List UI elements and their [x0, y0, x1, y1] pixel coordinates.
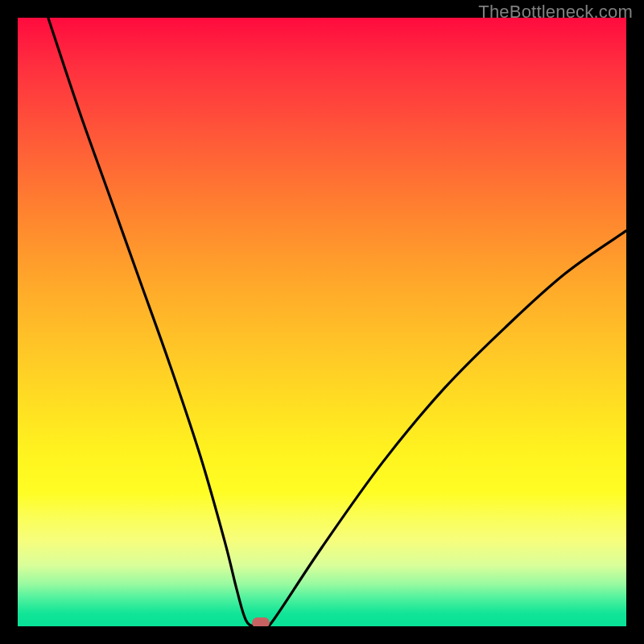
- optimal-marker: [252, 617, 270, 626]
- chart-frame: TheBottleneck.com: [0, 0, 644, 644]
- bottleneck-curve: [18, 18, 626, 626]
- watermark-text: TheBottleneck.com: [478, 2, 633, 23]
- plot-area: [18, 18, 626, 626]
